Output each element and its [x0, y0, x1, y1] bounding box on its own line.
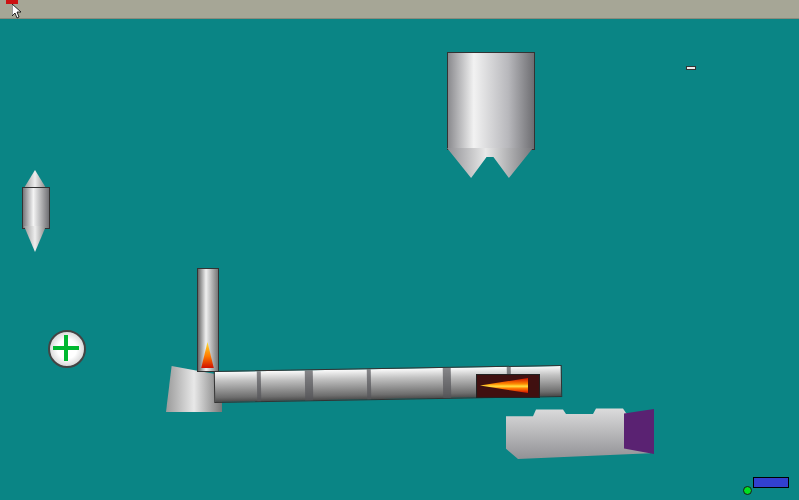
grate-speed-feedback [743, 477, 795, 488]
grate-speed-value [753, 477, 789, 488]
kiln-tyre [305, 370, 314, 400]
kiln-tyre [443, 368, 452, 398]
scada-window [0, 0, 799, 500]
status-dot [743, 486, 752, 495]
stop-homogenization-button[interactable] [686, 66, 696, 70]
humidifier-tower [22, 187, 50, 229]
clinker-discharge [624, 409, 654, 454]
pipe-network [0, 0, 799, 500]
high-temp-fan [48, 330, 86, 368]
mouse-cursor [12, 4, 24, 20]
kiln-ring [257, 371, 262, 401]
kiln-ring [367, 369, 372, 399]
raw-meal-silo [447, 52, 535, 150]
homogenization-wheel [549, 45, 645, 141]
